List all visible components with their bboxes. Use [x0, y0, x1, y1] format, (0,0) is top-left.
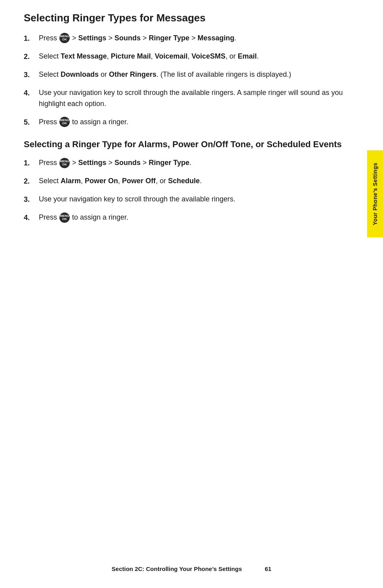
side-tab: Your Phone’s Settings [367, 150, 383, 237]
step-3: 3. Select Downloads or Other Ringers. (T… [24, 69, 359, 80]
side-tab-text: Your Phone’s Settings [372, 163, 378, 225]
step-4-content: Use your navigation key to scroll throug… [39, 87, 359, 110]
section2-step-1-content: Press MENUOK > Settings > Sounds > Ringe… [39, 157, 359, 169]
section2-step-2-content: Select Alarm, Power On, Power Off, or Sc… [39, 176, 359, 187]
step-3-content: Select Downloads or Other Ringers. (The … [39, 69, 359, 80]
menu-icon-5: MENUOK [59, 117, 70, 127]
page-footer: Section 2C: Controlling Your Phone’s Set… [0, 565, 383, 572]
step-5-number: 5. [24, 117, 39, 128]
section2-steps: 1. Press MENUOK > Settings > Sounds > Ri… [24, 157, 359, 223]
step-2-number: 2. [24, 51, 39, 62]
section2-step-4-content: Press MENUOK to assign a ringer. [39, 212, 359, 223]
step-5-content: Press MENUOK to assign a ringer. [39, 117, 359, 128]
section2-step-3-content: Use your navigation key to scroll throug… [39, 194, 359, 205]
section2-step-4: 4. Press MENUOK to assign a ringer. [24, 212, 359, 223]
step-2-content: Select Text Message, Picture Mail, Voice… [39, 51, 359, 62]
footer-separator [247, 565, 260, 572]
section2-title: Selecting a Ringer Type for Alarms, Powe… [24, 139, 359, 150]
step-1: 1. Press MENUOK > Settings > Sounds > Ri… [24, 33, 359, 44]
footer-section-label: Section 2C: Controlling Your Phone’s Set… [112, 565, 242, 572]
main-title: Selecting Ringer Types for Messages [24, 12, 359, 24]
section2-step-4-number: 4. [24, 212, 39, 223]
step-4: 4. Use your navigation key to scroll thr… [24, 87, 359, 110]
menu-icon-s2-4: MENUOK [59, 212, 70, 223]
page-container: Selecting Ringer Types for Messages 1. P… [0, 0, 383, 588]
menu-icon-1: MENUOK [59, 33, 70, 43]
section2-step-2-number: 2. [24, 176, 39, 187]
step-1-content: Press MENUOK > Settings > Sounds > Ringe… [39, 33, 359, 44]
section2-step-3-number: 3. [24, 194, 39, 205]
step-1-number: 1. [24, 33, 39, 44]
step-2: 2. Select Text Message, Picture Mail, Vo… [24, 51, 359, 62]
section2-step-1-number: 1. [24, 157, 39, 169]
footer-page-number: 61 [265, 565, 271, 572]
section2-step-3: 3. Use your navigation key to scroll thr… [24, 194, 359, 205]
menu-icon-s2-1: MENUOK [59, 158, 70, 168]
section2-step-2: 2. Select Alarm, Power On, Power Off, or… [24, 176, 359, 187]
step-4-number: 4. [24, 87, 39, 99]
section2-step-1: 1. Press MENUOK > Settings > Sounds > Ri… [24, 157, 359, 169]
step-3-number: 3. [24, 69, 39, 80]
step-5: 5. Press MENUOK to assign a ringer. [24, 117, 359, 128]
section1-steps: 1. Press MENUOK > Settings > Sounds > Ri… [24, 33, 359, 128]
